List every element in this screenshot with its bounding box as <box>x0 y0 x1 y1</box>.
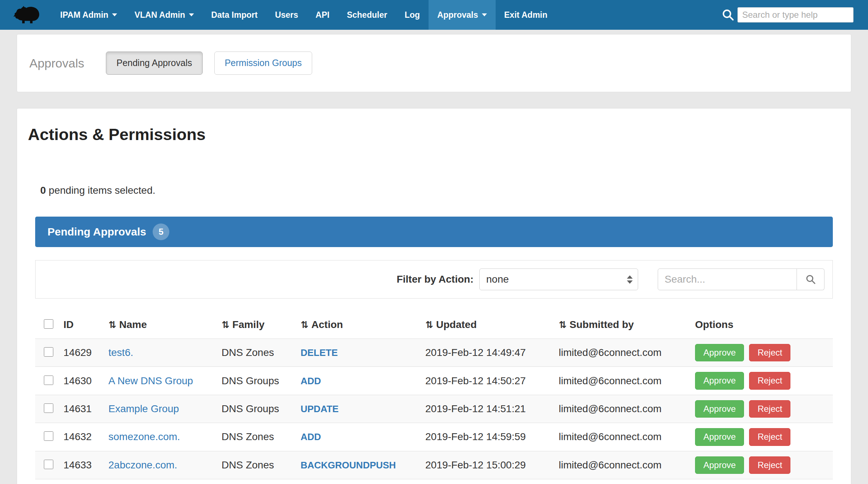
row-checkbox[interactable] <box>44 376 53 385</box>
cell-submitted-by: limited@6connect.com <box>554 395 690 423</box>
cell-checkbox <box>35 339 58 367</box>
reject-button[interactable]: Reject <box>749 400 790 418</box>
cell-submitted-by: limited@6connect.com <box>554 451 690 479</box>
nav-item-ipam-admin[interactable]: IPAM Admin <box>51 0 126 30</box>
table-row: 14629test6.DNS ZonesDELETE2019-Feb-12 14… <box>35 339 833 367</box>
approve-button[interactable]: Approve <box>695 344 744 361</box>
sort-icon[interactable]: ⇅ <box>559 319 567 330</box>
brand-logo[interactable] <box>13 5 42 25</box>
cell-id: 14632 <box>58 423 103 451</box>
sort-icon[interactable]: ⇅ <box>425 319 433 330</box>
main-card: Actions & Permissions 0 pending items se… <box>17 108 851 484</box>
select-all-checkbox[interactable] <box>44 319 53 329</box>
action-link[interactable]: DELETE <box>301 347 338 358</box>
cell-family: DNS Groups <box>216 395 295 423</box>
nav-item-label: Exit Admin <box>504 10 547 20</box>
column-header-name: ⇅Name <box>103 313 216 339</box>
action-link[interactable]: UPDATE <box>301 403 339 414</box>
search-icon <box>805 274 816 285</box>
name-link[interactable]: 2abczone.com. <box>108 459 177 471</box>
sort-icon[interactable]: ⇅ <box>222 319 230 330</box>
row-checkbox[interactable] <box>44 460 53 469</box>
name-link[interactable]: Example Group <box>108 403 179 414</box>
table-search-group <box>658 268 824 290</box>
column-label: Family <box>232 319 265 330</box>
name-link[interactable]: somezone.com. <box>108 431 180 442</box>
reject-button[interactable]: Reject <box>749 372 790 389</box>
nav-item-approvals[interactable]: Approvals <box>429 0 495 30</box>
nav-search-icon[interactable] <box>722 8 735 21</box>
cell-name: somezone.com. <box>103 423 216 451</box>
select-all-header <box>35 313 58 339</box>
nav-item-label: Data Import <box>211 10 258 20</box>
tab-pending-approvals[interactable]: Pending Approvals <box>106 52 202 75</box>
cell-options: ApproveReject <box>690 423 833 451</box>
caret-down-icon <box>189 13 194 16</box>
nav-item-label: Scheduler <box>347 10 387 20</box>
column-label: Name <box>119 319 147 330</box>
subheader-panel: Approvals Pending ApprovalsPermission Gr… <box>17 34 851 92</box>
nav-item-exit-admin[interactable]: Exit Admin <box>496 0 556 30</box>
cell-updated: 2019-Feb-12 14:51:21 <box>420 395 554 423</box>
action-link[interactable]: BACKGROUNDPUSH <box>301 460 396 471</box>
cell-family: DNS Zones <box>216 451 295 479</box>
nav-item-data-import[interactable]: Data Import <box>203 0 266 30</box>
cell-name: Example Group <box>103 395 216 423</box>
cell-checkbox <box>35 451 58 479</box>
row-checkbox[interactable] <box>44 431 53 441</box>
cell-options: ApproveReject <box>690 367 833 395</box>
nav-item-label: Approvals <box>437 10 478 20</box>
row-checkbox[interactable] <box>44 403 53 413</box>
cell-id: 14633 <box>58 451 103 479</box>
filter-toolbar: Filter by Action: none <box>35 260 833 299</box>
rhino-logo-icon <box>13 5 42 25</box>
approve-button[interactable]: Approve <box>695 428 744 446</box>
action-link[interactable]: ADD <box>301 431 321 442</box>
table-search-button[interactable] <box>797 268 824 290</box>
nav-item-label: Log <box>405 10 420 20</box>
nav-menu: IPAM AdminVLAN AdminData ImportUsersAPIS… <box>51 0 556 30</box>
filter-label: Filter by Action: <box>397 274 474 285</box>
nav-item-vlan-admin[interactable]: VLAN Admin <box>126 0 203 30</box>
column-label: Options <box>695 319 733 330</box>
count-badge: 5 <box>153 223 169 240</box>
nav-item-log[interactable]: Log <box>396 0 429 30</box>
nav-search <box>722 7 853 22</box>
reject-button[interactable]: Reject <box>749 456 790 474</box>
cell-updated: 2019-Feb-12 14:49:47 <box>420 339 554 367</box>
approve-button[interactable]: Approve <box>695 372 744 389</box>
approve-button[interactable]: Approve <box>695 400 744 418</box>
name-link[interactable]: test6. <box>108 347 133 358</box>
approve-button[interactable]: Approve <box>695 456 744 474</box>
cell-name: 2abczone.com. <box>103 451 216 479</box>
reject-button[interactable]: Reject <box>749 428 790 446</box>
nav-item-users[interactable]: Users <box>266 0 307 30</box>
column-label: ID <box>63 319 74 330</box>
action-link[interactable]: ADD <box>301 376 321 386</box>
section-title: Actions & Permissions <box>28 125 833 144</box>
subheader-tabs: Pending ApprovalsPermission Groups <box>106 52 324 75</box>
tab-permission-groups[interactable]: Permission Groups <box>214 52 313 75</box>
table-search-input[interactable] <box>658 268 797 290</box>
cell-name: test6. <box>103 339 216 367</box>
column-label: Updated <box>436 319 477 330</box>
cell-action: ADD <box>295 423 420 451</box>
nav-search-input[interactable] <box>737 7 853 22</box>
name-link[interactable]: A New DNS Group <box>108 375 193 386</box>
reject-button[interactable]: Reject <box>749 344 790 361</box>
nav-item-scheduler[interactable]: Scheduler <box>338 0 396 30</box>
cell-checkbox <box>35 395 58 423</box>
sort-icon[interactable]: ⇅ <box>108 319 116 330</box>
page-title: Approvals <box>29 56 84 70</box>
cell-family: DNS Groups <box>216 367 295 395</box>
nav-item-api[interactable]: API <box>307 0 338 30</box>
row-checkbox[interactable] <box>44 347 53 357</box>
cell-checkbox <box>35 367 58 395</box>
nav-item-label: IPAM Admin <box>60 10 108 20</box>
nav-item-label: Users <box>275 10 298 20</box>
sort-icon[interactable]: ⇅ <box>301 319 309 330</box>
pending-approvals-panel: Pending Approvals 5 Filter by Action: no… <box>35 217 833 479</box>
caret-down-icon <box>482 13 487 16</box>
action-filter-select[interactable]: none <box>479 268 638 290</box>
cell-checkbox <box>35 423 58 451</box>
